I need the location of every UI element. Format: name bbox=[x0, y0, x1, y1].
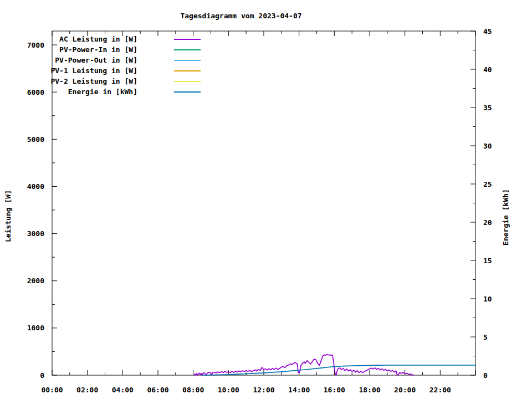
y-right-tick-label: 40 bbox=[483, 65, 492, 74]
legend-label-pv-power-in: PV-Power-In in [W] bbox=[59, 45, 137, 54]
y-left-tick-label: 4000 bbox=[27, 182, 44, 191]
y-right-tick-label: 15 bbox=[483, 257, 492, 265]
y-right-tick-label: 45 bbox=[483, 27, 492, 35]
x-tick-label: 14:00 bbox=[288, 386, 310, 394]
y-left-tick-label: 0 bbox=[40, 371, 44, 380]
x-tick-label: 06:00 bbox=[147, 386, 168, 394]
x-tick-label: 22:00 bbox=[429, 386, 451, 394]
y-right-tick-label: 30 bbox=[483, 142, 492, 150]
series-line-energie bbox=[202, 365, 475, 375]
y-right-tick-label: 5 bbox=[483, 333, 488, 341]
x-tick-label: 12:00 bbox=[253, 386, 274, 394]
y-left-tick-label: 7000 bbox=[27, 41, 44, 49]
chart-screen: Tagesdiagramm vom 2023-04-07 Leistung [W… bbox=[0, 0, 532, 399]
legend-label-energie: Energie in [kWh] bbox=[68, 88, 137, 96]
y-left-tick-label: 5000 bbox=[27, 135, 44, 144]
legend-label-ac-leistung: AC Leistung in [W] bbox=[59, 35, 137, 43]
x-tick-label: 20:00 bbox=[394, 386, 416, 394]
y-left-tick-label: 6000 bbox=[27, 88, 44, 96]
legend-label-pv2-leistung: PV-2 Leistung in [W] bbox=[50, 77, 137, 85]
x-tick-label: 16:00 bbox=[324, 386, 345, 394]
legend-label-pv-power-out: PV-Power-Out in [W] bbox=[55, 56, 137, 64]
legend-label-pv1-leistung: PV-1 Leistung in [W] bbox=[50, 66, 137, 75]
y-left-tick-label: 3000 bbox=[27, 229, 44, 238]
x-tick-label: 02:00 bbox=[76, 386, 98, 394]
y-right-tick-label: 0 bbox=[483, 371, 488, 380]
y-left-tick-label: 1000 bbox=[27, 324, 44, 332]
y-left-tick-label: 2000 bbox=[27, 277, 44, 285]
x-tick-label: 10:00 bbox=[218, 386, 239, 394]
y-right-tick-label: 35 bbox=[483, 104, 492, 112]
plot-canvas: 00:0002:0004:0006:0008:0010:0012:0014:00… bbox=[0, 0, 532, 399]
x-tick-label: 00:00 bbox=[41, 386, 63, 394]
x-tick-label: 18:00 bbox=[359, 386, 380, 394]
y-right-tick-label: 20 bbox=[483, 218, 492, 227]
x-tick-label: 04:00 bbox=[112, 386, 134, 394]
y-right-tick-label: 25 bbox=[483, 180, 492, 188]
x-tick-label: 08:00 bbox=[182, 386, 204, 394]
y-right-tick-label: 10 bbox=[483, 295, 492, 303]
